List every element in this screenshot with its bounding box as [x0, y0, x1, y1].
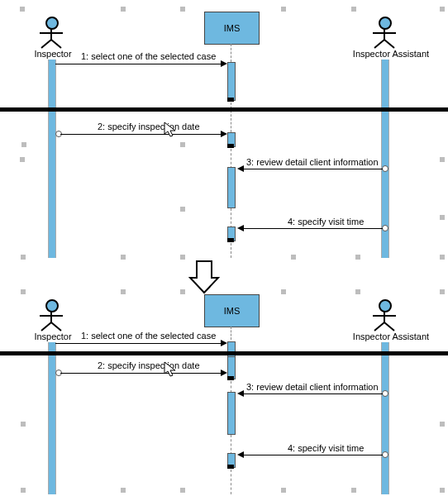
- msg4-text-bottom: 4: specify visit time: [288, 443, 364, 453]
- ims-dash4-top: [231, 243, 231, 258]
- diagram-canvas: Inspector IMS Inspector Assistant 1: sel…: [0, 0, 448, 496]
- msg2-text-top: 2: specify inspection date: [98, 122, 200, 131]
- msg3-arrow-top: [237, 165, 244, 172]
- svg-line-7: [384, 40, 394, 48]
- assistant-actor-body-bottom: [371, 311, 398, 332]
- ims-label-top: IMS: [224, 22, 241, 34]
- inspector-actor-body-top: [38, 28, 64, 50]
- msg2-arrow-top: [221, 131, 227, 137]
- ims-lifeline-dash-bottom1: [231, 327, 231, 340]
- assistant-actor-body-top: [371, 28, 398, 50]
- msg4-origin-top: [382, 225, 388, 231]
- inspector-label-bottom: Inspector: [28, 331, 78, 341]
- msg3-line-top: [244, 169, 383, 169]
- svg-line-3: [51, 40, 61, 48]
- msg1-text-bottom: 1: select one of the selected case: [81, 331, 216, 341]
- assistant-label-top: Inspector Assistant: [346, 49, 436, 59]
- msg1-line-bottom: [55, 343, 221, 344]
- msg1-line-top: [55, 64, 221, 64]
- ims-dash3-bottom: [231, 435, 231, 455]
- msg3-origin-bottom: [382, 390, 388, 397]
- msg4-line-bottom: [244, 455, 383, 455]
- assistant-actor-head-bottom: [379, 299, 392, 312]
- svg-line-15: [374, 322, 384, 331]
- ims-activation1-top: [227, 62, 236, 101]
- fragment-separator-top1: [0, 107, 448, 112]
- ims-dash2-top: [231, 149, 231, 169]
- msg4-origin-bottom: [382, 451, 388, 458]
- inspector-lifeline-top: [48, 60, 56, 258]
- ims-dash2-bottom: [231, 381, 231, 393]
- msg4-line-top: [244, 228, 383, 229]
- ims-activation3-bottom: [227, 392, 236, 435]
- msg3-line-bottom: [244, 393, 383, 394]
- msg3-arrow-bottom: [237, 390, 244, 397]
- svg-marker-8: [190, 261, 218, 293]
- svg-line-16: [384, 322, 394, 331]
- msg3-origin-top: [382, 165, 388, 172]
- ims-lifeline-dash-top1: [231, 44, 231, 62]
- assistant-actor-head-top: [379, 17, 392, 30]
- assistant-label-bottom: Inspector Assistant: [346, 331, 436, 341]
- svg-line-2: [41, 40, 51, 48]
- ims-activation3-top: [227, 167, 236, 208]
- svg-line-6: [374, 40, 384, 48]
- msg1-arrow-bottom: [221, 340, 227, 346]
- assistant-lifeline-bottom: [381, 342, 389, 494]
- transform-arrow-icon: [188, 260, 220, 296]
- msg2-line-top: [60, 134, 221, 135]
- inspector-lifeline-bottom: [48, 342, 56, 494]
- msg3-text-top: 3: review detail client information: [246, 157, 379, 167]
- msg4-arrow-top: [237, 225, 244, 231]
- inspector-actor-head-bottom: [45, 299, 59, 312]
- inspector-label-top: Inspector: [28, 49, 78, 59]
- msg2-arrow-bottom: [221, 370, 227, 376]
- ims-dash3-top: [231, 208, 231, 228]
- ims-dash4-bottom: [231, 470, 231, 494]
- ims-box-top: IMS: [204, 12, 260, 45]
- inspector-actor-head-top: [45, 17, 59, 30]
- msg4-arrow-bottom: [237, 451, 244, 458]
- svg-line-11: [41, 322, 51, 331]
- msg2-line-bottom: [60, 373, 221, 374]
- msg4-text-top: 4: specify visit time: [288, 217, 364, 227]
- ims-box-bottom: IMS: [204, 294, 260, 327]
- msg2-text-bottom: 2: specify inspection date: [98, 360, 200, 370]
- msg3-text-bottom: 3: review detail client information: [246, 382, 379, 392]
- msg1-arrow-top: [221, 60, 227, 67]
- inspector-actor-body-bottom: [38, 311, 64, 332]
- msg1-text-top: 1: select one of the selected case: [81, 51, 216, 61]
- ims-label-bottom: IMS: [224, 305, 241, 317]
- fragment-separator-bottom: [0, 351, 448, 355]
- svg-line-12: [51, 322, 61, 331]
